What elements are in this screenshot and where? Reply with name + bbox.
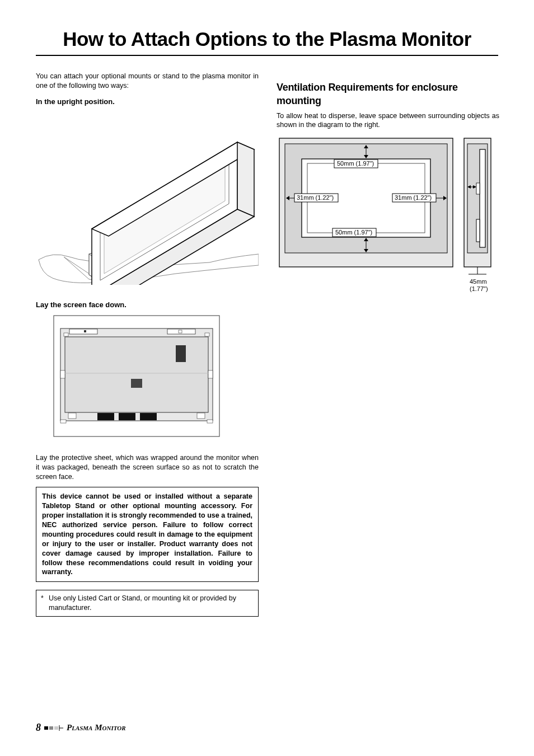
ventilation-figure: 50mm (1.97") 50mm (1.97") 31mm (1.22") 3… bbox=[277, 135, 499, 306]
svg-rect-56 bbox=[54, 726, 58, 730]
upright-heading: In the upright position. bbox=[36, 97, 259, 106]
svg-rect-16 bbox=[68, 413, 76, 419]
footer-product: Plasma Monitor bbox=[67, 723, 126, 732]
svg-rect-19 bbox=[119, 413, 135, 420]
svg-rect-10 bbox=[64, 333, 68, 336]
svg-rect-47 bbox=[476, 219, 480, 242]
svg-rect-15 bbox=[208, 370, 213, 378]
svg-rect-55 bbox=[49, 726, 53, 730]
svg-rect-46 bbox=[480, 149, 485, 247]
content-columns: You can attach your optional mounts or s… bbox=[36, 72, 498, 617]
svg-rect-11 bbox=[205, 333, 209, 336]
dim-top: 50mm (1.97") bbox=[337, 160, 374, 167]
svg-rect-5 bbox=[65, 337, 208, 412]
svg-rect-48 bbox=[476, 183, 480, 194]
facedown-heading: Lay the screen face down. bbox=[36, 300, 259, 309]
dim-depth-1: 45mm bbox=[470, 278, 487, 285]
page-footer: 8 Plasma Monitor bbox=[36, 722, 126, 734]
svg-rect-17 bbox=[197, 413, 205, 419]
intro-text: You can attach your optional mounts or s… bbox=[36, 72, 259, 91]
svg-rect-12 bbox=[176, 345, 186, 362]
left-column: You can attach your optional mounts or s… bbox=[36, 72, 259, 617]
dim-bottom: 50mm (1.97") bbox=[335, 229, 372, 236]
dim-right: 31mm (1.22") bbox=[395, 194, 432, 201]
page-number: 8 bbox=[36, 722, 41, 734]
svg-rect-9 bbox=[179, 330, 182, 333]
note-text: Use only Listed Cart or Stand, or mounti… bbox=[49, 594, 252, 613]
svg-rect-54 bbox=[44, 726, 48, 730]
dim-left: 31mm (1.22") bbox=[297, 194, 334, 201]
ventilation-title: Ventilation Requirements for enclosure m… bbox=[277, 81, 499, 108]
svg-rect-14 bbox=[60, 370, 65, 378]
note-box: * Use only Listed Cart or Stand, or moun… bbox=[36, 590, 259, 617]
right-column: Ventilation Requirements for enclosure m… bbox=[277, 72, 499, 617]
svg-rect-22 bbox=[207, 420, 213, 423]
svg-rect-6 bbox=[69, 329, 97, 334]
warning-box: This device cannot be used or installed … bbox=[36, 487, 259, 582]
svg-rect-7 bbox=[84, 330, 86, 332]
upright-figure bbox=[36, 111, 259, 287]
svg-rect-20 bbox=[140, 413, 157, 420]
page-title: How to Attach Options to the Plasma Moni… bbox=[36, 28, 498, 56]
facedown-body: Lay the protective sheet, which was wrap… bbox=[36, 453, 259, 482]
ventilation-body: To allow heat to disperse, leave space b… bbox=[277, 111, 499, 130]
footer-decoration-icon bbox=[44, 725, 63, 731]
svg-rect-18 bbox=[97, 413, 114, 420]
svg-rect-13 bbox=[131, 379, 142, 388]
svg-rect-21 bbox=[60, 420, 66, 423]
dim-depth-2: (1.77") bbox=[470, 285, 488, 292]
facedown-figure bbox=[36, 314, 259, 440]
